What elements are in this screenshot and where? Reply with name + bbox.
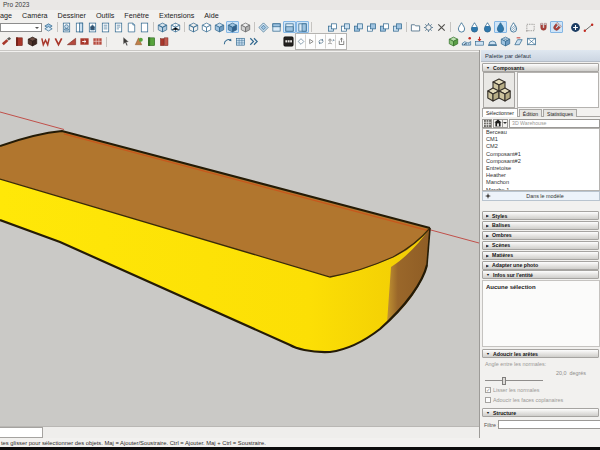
brush-red-icon[interactable] [0, 34, 13, 49]
menu-cam-ra[interactable]: Caméra [22, 11, 48, 20]
component-list-item[interactable]: Heather [483, 172, 599, 179]
soften-coplanar-checkbox[interactable] [485, 397, 491, 403]
loop-arrows-icon[interactable] [316, 34, 326, 49]
badge-dark-icon[interactable] [282, 34, 295, 49]
book-red-icon[interactable] [13, 34, 26, 49]
view-right-icon[interactable] [296, 21, 309, 33]
curl-arrow-icon[interactable] [221, 34, 234, 49]
paste-stack-icon[interactable] [378, 21, 391, 33]
components-search-input[interactable]: 3D Warehouse [509, 119, 600, 128]
component-list-item[interactable]: CM1 [483, 136, 599, 143]
component-list-item[interactable]: Composant#2 [483, 158, 599, 165]
measurements-box[interactable] [0, 427, 43, 438]
menu-fen-tre[interactable]: Fenêtre [124, 11, 149, 20]
cube-xray-icon[interactable] [156, 21, 169, 33]
drop-hatch-icon[interactable] [507, 21, 520, 33]
gear-icon[interactable] [422, 21, 435, 33]
filter-input[interactable] [498, 420, 600, 429]
drop-half-icon[interactable] [468, 21, 481, 33]
cone-orb-icon[interactable] [132, 34, 145, 49]
line-endpoints-icon[interactable] [582, 21, 595, 33]
cube-shaded-icon[interactable] [213, 21, 226, 33]
section-mati-res[interactable]: ▶Matières [482, 251, 599, 260]
in-model-home-button[interactable] [493, 119, 503, 128]
section-balises[interactable]: ▶Balises [482, 221, 599, 230]
menu-dessiner[interactable]: Dessiner [58, 11, 86, 20]
box-dark-icon[interactable] [26, 34, 39, 49]
section-adapter-une-photo[interactable]: ▶Adapter une photo [482, 261, 599, 270]
v-red-icon[interactable] [52, 34, 65, 49]
paste-in-place-icon[interactable] [326, 21, 339, 33]
component-list-item[interactable]: Composant#1 [483, 151, 599, 158]
component-list-item[interactable]: Berceau [483, 129, 599, 136]
person-share-icon[interactable] [326, 34, 336, 49]
books-red-icon[interactable] [158, 34, 171, 49]
view-front-icon[interactable] [283, 21, 296, 33]
terrain-grid-icon[interactable] [460, 34, 473, 49]
paste-multi-icon[interactable] [391, 21, 404, 33]
drape-arrow-icon[interactable] [473, 34, 486, 49]
section-structure[interactable]: ▼ Structure [482, 408, 599, 417]
menu-outils[interactable]: Outils [96, 11, 114, 20]
component-description[interactable] [517, 72, 599, 108]
doc-house-icon[interactable] [86, 21, 99, 33]
section-entity-info[interactable]: ▼ Infos sur l'entité [482, 270, 599, 279]
drop-full-icon[interactable] [494, 21, 507, 33]
component-list-item[interactable]: Entretoise [483, 165, 599, 172]
tab-s-lectionner[interactable]: Sélectionner [482, 108, 518, 117]
cube-hiddenline-icon[interactable] [200, 21, 213, 33]
export-up-icon[interactable] [336, 34, 346, 49]
w-red-icon[interactable] [39, 34, 52, 49]
menu-aide[interactable]: Aide [204, 11, 218, 20]
doc-lines2-icon[interactable] [112, 21, 125, 33]
section-styles[interactable]: ▶Styles [482, 211, 599, 220]
doc-split-icon[interactable] [73, 21, 86, 33]
cube-monochrome-icon[interactable] [239, 21, 252, 33]
view-top-icon[interactable] [270, 21, 283, 33]
circle-plus-icon[interactable] [569, 21, 582, 33]
3d-viewport[interactable] [0, 52, 479, 426]
paste-over-icon[interactable] [339, 21, 352, 33]
menu-extensions[interactable]: Extensions [159, 11, 194, 20]
grid-blue-icon[interactable] [234, 34, 247, 49]
cube-wireframe-icon[interactable] [187, 21, 200, 33]
book-green-icon[interactable] [145, 34, 158, 49]
cube-backedges-icon[interactable] [169, 21, 182, 33]
folder-icon[interactable] [409, 21, 422, 33]
box-grid-icon[interactable] [499, 34, 512, 49]
angle-slider-handle[interactable] [502, 377, 507, 385]
in-model-row[interactable]: Dans le modèle [482, 191, 600, 201]
magnet-snap-icon[interactable] [550, 21, 563, 33]
scale-combo[interactable] [0, 23, 42, 32]
close-x-icon[interactable] [435, 21, 448, 33]
drop-most-icon[interactable] [481, 21, 494, 33]
view-iso-icon[interactable] [257, 21, 270, 33]
paste-down-icon[interactable] [365, 21, 378, 33]
smooth-normals-checkbox[interactable]: ✓ [485, 387, 491, 393]
section-composants[interactable]: ▼ Composants [482, 63, 599, 72]
wedge-red-icon[interactable] [65, 34, 78, 49]
section-ombres[interactable]: ▶Ombres [482, 231, 599, 240]
chevrons-blue-icon[interactable] [247, 34, 260, 49]
home-dropdown-caret[interactable] [503, 119, 508, 128]
play-icon[interactable] [306, 34, 316, 49]
magnet-icon[interactable] [537, 21, 550, 33]
stamp-dome-icon[interactable] [486, 34, 499, 49]
quad-x-icon[interactable] [525, 34, 538, 49]
dashed-select-icon[interactable] [524, 21, 537, 33]
view-options-button[interactable] [482, 119, 492, 128]
angle-slider-track[interactable] [485, 380, 543, 381]
paste-swap-icon[interactable] [352, 21, 365, 33]
diamond-outline-icon[interactable] [296, 34, 306, 49]
doc-plain-icon[interactable] [138, 21, 151, 33]
tab--dition[interactable]: Édition [519, 109, 542, 117]
grid-red-icon[interactable] [91, 34, 104, 49]
cursor-arrow-icon[interactable] [119, 34, 132, 49]
menu-age[interactable]: age [0, 11, 12, 20]
section-sc-nes[interactable]: ▶Scènes [482, 241, 599, 250]
doc-lines-icon[interactable] [99, 21, 112, 33]
section-soften-edges[interactable]: ▼ Adoucir les arêtes [482, 349, 599, 358]
tab-statistiques[interactable]: Statistiques [543, 109, 577, 117]
layout-stack-icon[interactable] [42, 21, 55, 33]
arrowbox-red-icon[interactable] [78, 34, 91, 49]
